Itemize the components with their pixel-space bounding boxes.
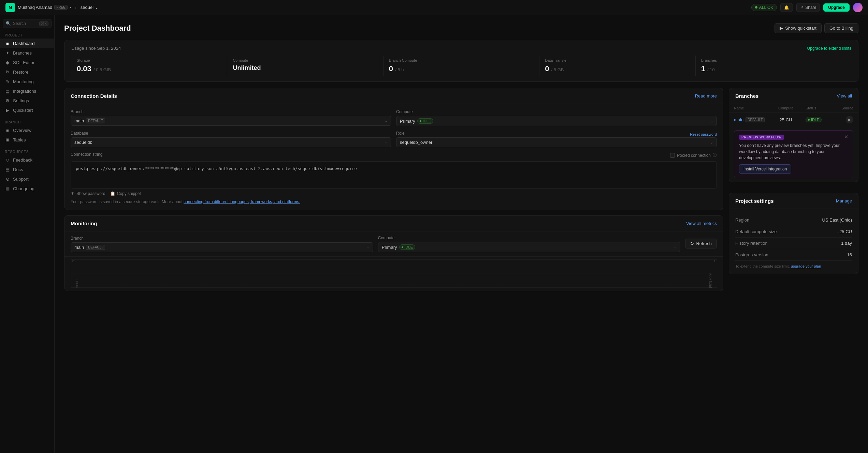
data-transfer-stat: Data Transfer 0 / 5 GB: [539, 56, 695, 76]
sidebar-item-dashboard[interactable]: ■ Dashboard: [0, 39, 54, 48]
compute-label: Compute: [396, 109, 717, 114]
chart-y-max: 25: [72, 259, 75, 263]
monitoring-title: Monitoring: [71, 221, 97, 226]
monitoring-branch-select[interactable]: main DEFAULT ⌄: [71, 242, 373, 252]
upgrade-plan-link[interactable]: upgrade your plan: [791, 264, 821, 268]
source-icon: ▶: [846, 116, 853, 123]
page-header: Project Dashboard ▶ Show quickstart Go t…: [64, 23, 858, 33]
page-title: Project Dashboard: [64, 24, 131, 33]
branches-panel: Branches View all Name Compute Status So…: [729, 88, 858, 182]
upgrade-button[interactable]: Upgrade: [823, 3, 850, 12]
chart-y-max-right: 1: [714, 259, 715, 263]
preview-badge: PREVIEW WORKFLOW: [739, 135, 784, 140]
resources-section-label: RESOURCES: [0, 147, 54, 155]
go-to-billing-button[interactable]: Go to Billing: [824, 23, 858, 33]
history-retention-row: History retention 1 day: [735, 238, 852, 249]
conn-string-header: Connection string Pooled connection ⓘ: [71, 152, 717, 158]
quickstart-btn-icon: ▶: [780, 26, 783, 31]
idle-dot: [420, 120, 421, 122]
nav-separator: /: [75, 5, 76, 10]
show-password-button[interactable]: 👁 Show password: [71, 191, 105, 196]
install-vercel-button[interactable]: Install Vercel integration: [739, 164, 791, 174]
feedback-icon: ☺: [5, 157, 10, 163]
sidebar-item-changelog[interactable]: ▤ Changelog: [0, 184, 54, 193]
topnav-right: ALL OK 🔔 ↗ Share Upgrade: [751, 3, 863, 12]
branch-field: Branch main DEFAULT ⌄: [71, 109, 391, 126]
project-section-label: PROJECT: [0, 31, 54, 39]
connecting-link[interactable]: connecting from different languages, fra…: [184, 199, 300, 204]
left-column: Connection Details Read more Branch main…: [64, 88, 723, 297]
branches-stat: Branches 1 / 10: [696, 56, 851, 76]
sidebar-item-branches[interactable]: ✦ Branches: [0, 48, 54, 58]
sql-editor-icon: ◆: [5, 60, 10, 65]
eye-icon: 👁: [71, 191, 75, 196]
user-chevron-icon: ›: [70, 5, 71, 10]
branches-title: Branches: [735, 93, 758, 99]
main-layout: 🔍 Search ⌘K PROJECT ■ Dashboard ✦ Branch…: [0, 15, 868, 453]
monitoring-idle-badge: IDLE: [399, 244, 415, 250]
view-all-metrics-link[interactable]: View all metrics: [686, 221, 717, 226]
show-quickstart-button[interactable]: ▶ Show quickstart: [775, 23, 822, 33]
upgrade-limits-link[interactable]: Upgrade to extend limits: [807, 46, 851, 51]
sidebar-item-quickstart[interactable]: ▶ Quickstart: [0, 105, 54, 115]
project-settings-header: Project settings Manage: [729, 193, 858, 209]
sidebar-item-sql-editor[interactable]: ◆ SQL Editor: [0, 58, 54, 67]
read-more-link[interactable]: Read more: [695, 93, 717, 99]
database-select[interactable]: sequeldb ⌄: [71, 137, 391, 147]
integrations-icon: ▤: [5, 88, 10, 94]
status-indicator: ALL OK: [751, 4, 777, 11]
preview-close-button[interactable]: ✕: [844, 134, 848, 139]
refresh-button[interactable]: ↻ Refresh: [685, 239, 717, 248]
user-menu[interactable]: Musthaq Ahamad FREE ›: [18, 5, 71, 10]
sidebar-item-settings[interactable]: ⚙ Settings: [0, 96, 54, 105]
usage-card: Usage since Sep 1, 2024 Upgrade to exten…: [64, 40, 858, 82]
connection-string-label: Connection string: [71, 152, 102, 157]
conn-actions: 👁 Show password 📋 Copy snippet: [71, 191, 717, 196]
sidebar-item-restore[interactable]: ↻ Restore: [0, 67, 54, 77]
role-label: Role: [396, 131, 405, 136]
connection-details-body: Branch main DEFAULT ⌄ Co: [64, 104, 723, 210]
username: Musthaq Ahamad: [18, 5, 52, 10]
settings-note: To extend the compute size limit, upgrad…: [735, 264, 852, 268]
project-selector[interactable]: sequel ⌄: [81, 5, 99, 10]
support-icon: ⊙: [5, 176, 10, 182]
sidebar-item-tables[interactable]: ▣ Tables: [0, 135, 54, 145]
sidebar-item-docs[interactable]: ▤ Docs: [0, 165, 54, 174]
pooled-info-icon: ⓘ: [713, 152, 717, 158]
reset-password-link[interactable]: Reset password: [690, 132, 717, 136]
preview-workflow-card: PREVIEW WORKFLOW ✕ You don't have any pr…: [734, 130, 853, 178]
manage-settings-link[interactable]: Manage: [836, 198, 852, 203]
search-box[interactable]: 🔍 Search ⌘K: [3, 19, 52, 28]
role-chevron-icon: ⌄: [710, 140, 713, 145]
monitoring-compute-select[interactable]: Primary IDLE ⌄: [378, 242, 681, 252]
avatar[interactable]: [853, 3, 863, 12]
sidebar-item-overview[interactable]: ■ Overview: [0, 125, 54, 135]
database-label: Database: [71, 131, 391, 136]
role-field: Role Reset password sequeldb_owner ⌄: [396, 131, 717, 147]
role-select[interactable]: sequeldb_owner ⌄: [396, 137, 717, 147]
notifications-button[interactable]: 🔔: [780, 3, 793, 12]
sidebar: 🔍 Search ⌘K PROJECT ■ Dashboard ✦ Branch…: [0, 15, 55, 453]
monitoring-idle-dot: [402, 246, 403, 248]
monitoring-chart: 25 1 VCPU: [64, 257, 723, 291]
copy-snippet-button[interactable]: 📋 Copy snippet: [110, 191, 141, 196]
app-logo[interactable]: N: [5, 3, 15, 12]
branches-col-name: Name: [734, 106, 778, 110]
sidebar-item-integrations[interactable]: ▤ Integrations: [0, 86, 54, 96]
view-all-branches-link[interactable]: View all: [837, 93, 852, 99]
sidebar-item-monitoring[interactable]: ✎ Monitoring: [0, 77, 54, 86]
branch-status-idle: IDLE: [806, 117, 833, 122]
search-shortcut: ⌘K: [39, 21, 48, 26]
main-content: Project Dashboard ▶ Show quickstart Go t…: [55, 15, 868, 453]
compute-select[interactable]: Primary IDLE ⌄: [396, 116, 717, 126]
compute-idle-badge: IDLE: [417, 118, 433, 124]
connection-string-box[interactable]: postgresql://sequeldb_owner:************…: [71, 161, 717, 188]
share-button[interactable]: ↗ Share: [796, 3, 820, 12]
pooled-connection-toggle[interactable]: Pooled connection ⓘ: [670, 152, 717, 158]
region-row: Region US East (Ohio): [735, 214, 852, 226]
branch-select[interactable]: main DEFAULT ⌄: [71, 116, 391, 126]
monitoring-compute-chevron: ⌄: [674, 245, 677, 250]
pooled-checkbox[interactable]: [670, 153, 675, 158]
sidebar-item-support[interactable]: ⊙ Support: [0, 174, 54, 184]
sidebar-item-feedback[interactable]: ☺ Feedback: [0, 155, 54, 165]
